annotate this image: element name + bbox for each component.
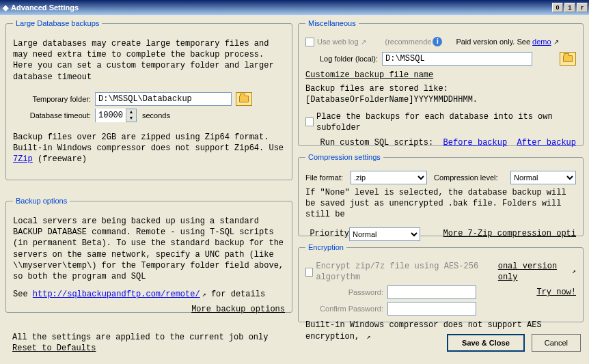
- demo-link[interactable]: demo: [532, 38, 551, 46]
- misc-group: Miscellaneous Use web log↗ (recommendei …: [298, 19, 584, 146]
- encryption-group: Encryption Encrypt zip/7z file using AES…: [298, 243, 584, 322]
- external-icon: ↗: [572, 267, 576, 277]
- 7zip-link[interactable]: 7Zip: [13, 154, 33, 164]
- log-folder-label: Log folder (local):: [305, 55, 382, 63]
- timeout-spinner[interactable]: ▲▼: [95, 109, 137, 122]
- confirm-password-label: Confirm Password:: [305, 305, 387, 313]
- compression-level-select[interactable]: Normal: [510, 171, 576, 184]
- spin-up-icon[interactable]: ▲: [126, 109, 136, 115]
- timeout-input[interactable]: [96, 109, 126, 122]
- backup-options-group: Backup options Local servers are being b…: [5, 197, 292, 313]
- use-web-log-label: Use web log: [317, 38, 359, 46]
- info-icon[interactable]: i: [433, 37, 442, 46]
- timeout-unit: seconds: [142, 111, 170, 120]
- use-web-log-checkbox[interactable]: [305, 38, 314, 46]
- backup-options-body: Local servers are being backed up using …: [13, 216, 285, 282]
- close-button[interactable]: r: [577, 3, 588, 12]
- window-title: Advanced Settings: [11, 3, 79, 12]
- maximize-button[interactable]: 1: [564, 3, 575, 12]
- stored-like-label: Backup files are stored like: [DatabaseO…: [305, 83, 576, 105]
- large-db-group: Large Database backups Large databases m…: [5, 19, 292, 180]
- external-icon: ↗: [553, 38, 559, 46]
- browse-temp-folder-button[interactable]: [236, 92, 252, 106]
- folder-icon: [239, 96, 249, 102]
- applied-note: All the settings are applied to the curr…: [12, 332, 268, 343]
- password-label: Password:: [305, 288, 387, 296]
- external-icon: ↗: [366, 333, 370, 342]
- large-db-legend: Large Database backups: [13, 19, 102, 27]
- file-format-select[interactable]: .zip: [351, 171, 427, 184]
- paid-note: Paid version only. See demo: [456, 38, 551, 46]
- misc-legend: Miscellaneous: [305, 19, 359, 27]
- priority-label: Priority: [305, 228, 349, 239]
- spin-down-icon[interactable]: ▼: [126, 115, 136, 122]
- folder-icon: [563, 55, 573, 62]
- remote-link-row: See http://sqlbackupandftp.com/remote/↗ …: [13, 289, 285, 300]
- customize-filename-link[interactable]: Customize backup file name: [305, 70, 433, 80]
- paid-version-tail: onal version only: [498, 261, 570, 283]
- titlebar: ◆ Advanced Settings 0 1 r: [0, 0, 589, 15]
- external-icon: ↗: [361, 38, 366, 46]
- log-folder-input[interactable]: [382, 52, 532, 66]
- own-subfolder-checkbox[interactable]: [305, 117, 314, 126]
- own-subfolder-label: Place the backups for each database into…: [316, 111, 576, 133]
- temp-folder-label: Temporary folder:: [13, 95, 95, 103]
- compression-group: Compression settings File format: .zip C…: [298, 153, 584, 236]
- encryption-note: Built-in Windows compressor does not sup…: [305, 320, 576, 341]
- run-scripts-row: Run custom SQL scripts: Before backup Af…: [305, 137, 576, 148]
- encrypt-label: Encrypt zip/7z file using AES-256 algory…: [316, 261, 497, 283]
- remote-url-link[interactable]: http://sqlbackupandftp.com/remote/: [33, 290, 200, 299]
- timeout-label: Database timeout:: [13, 111, 95, 120]
- more-backup-options-link[interactable]: More backup options: [191, 305, 285, 314]
- large-db-intro: Large databases may create large tempora…: [13, 38, 285, 83]
- confirm-password-input[interactable]: [387, 302, 476, 316]
- backup-options-legend: Backup options: [13, 197, 70, 205]
- before-backup-link[interactable]: Before backup: [443, 138, 508, 148]
- compression-level-label: Compression level:: [434, 173, 510, 182]
- priority-select[interactable]: Normal: [349, 227, 420, 241]
- after-backup-link[interactable]: After backup: [517, 138, 576, 148]
- compression-legend: Compression settings: [305, 153, 383, 161]
- more-7zip-link[interactable]: More 7-Zip compression opti: [443, 228, 576, 239]
- password-input[interactable]: [387, 285, 476, 299]
- app-icon: ◆: [3, 3, 8, 12]
- reset-defaults-link[interactable]: Reset to Defaults: [12, 344, 96, 353]
- try-now-link[interactable]: Try now!: [536, 287, 576, 298]
- recommended-label: (recommende: [385, 38, 432, 46]
- minimize-button[interactable]: 0: [552, 3, 563, 12]
- zip64-note: Backup files over 2GB are zipped using Z…: [13, 132, 285, 165]
- compression-note: If "None" level is selected, the databas…: [305, 187, 576, 221]
- file-format-label: File format:: [305, 173, 351, 182]
- encryption-legend: Encryption: [305, 243, 346, 251]
- browse-log-folder-button[interactable]: [560, 52, 576, 66]
- temp-folder-input[interactable]: [95, 92, 232, 106]
- encrypt-checkbox[interactable]: [305, 268, 313, 277]
